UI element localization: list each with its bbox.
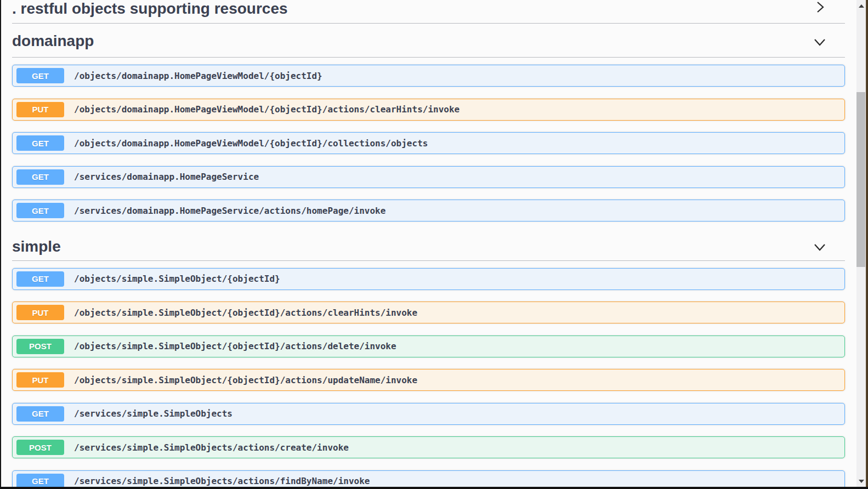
- window-border-right: [866, 0, 868, 489]
- endpoint-row[interactable]: GET /objects/simple.SimpleObject/{object…: [12, 268, 845, 290]
- endpoint-path: /objects/domainapp.HomePageViewModel/{ob…: [74, 104, 459, 115]
- section-header[interactable]: . restful objects supporting resources: [12, 0, 845, 24]
- method-badge: GET: [16, 135, 64, 151]
- method-badge: GET: [16, 474, 64, 487]
- api-doc-content: . restful objects supporting resources d…: [1, 0, 856, 487]
- section-header[interactable]: simple: [12, 234, 845, 261]
- method-badge: GET: [16, 169, 64, 185]
- endpoint-path: /objects/simple.SimpleObject/{objectId}/…: [74, 341, 396, 351]
- endpoint-path: /objects/simple.SimpleObject/{objectId}/…: [74, 375, 417, 385]
- endpoint-path: /services/simple.SimpleObjects/actions/f…: [74, 476, 370, 486]
- method-badge: GET: [16, 406, 64, 422]
- endpoint-row[interactable]: POST /services/simple.SimpleObjects/acti…: [12, 436, 845, 458]
- endpoint-path: /objects/domainapp.HomePageViewModel/{ob…: [74, 138, 428, 149]
- api-section-simple: simple GET /objects/simple.SimpleObject/…: [12, 234, 845, 487]
- scroll-down-icon: [859, 480, 864, 483]
- method-badge: PUT: [16, 372, 64, 388]
- section-title: simple: [12, 238, 61, 255]
- section-title: . restful objects supporting resources: [12, 1, 288, 18]
- endpoint-row[interactable]: GET /services/domainapp.HomePageService/…: [12, 200, 845, 221]
- scroll-up-button[interactable]: [856, 1, 866, 10]
- window-border-bottom: [0, 487, 868, 489]
- endpoint-row[interactable]: PUT /objects/domainapp.HomePageViewModel…: [12, 99, 845, 121]
- section-header[interactable]: domainapp: [12, 24, 845, 58]
- method-badge: GET: [16, 203, 64, 218]
- method-badge: PUT: [16, 102, 64, 117]
- vertical-scrollbar[interactable]: [856, 0, 866, 487]
- endpoint-path: /services/simple.SimpleObjects: [74, 408, 232, 419]
- method-badge: GET: [16, 68, 64, 83]
- section-title: domainapp: [12, 33, 94, 50]
- endpoint-row[interactable]: GET /services/simple.SimpleObjects: [12, 403, 845, 425]
- method-badge: POST: [16, 440, 64, 455]
- method-badge: GET: [16, 271, 64, 287]
- endpoint-row[interactable]: PUT /objects/simple.SimpleObject/{object…: [12, 302, 845, 323]
- endpoint-list: GET /objects/domainapp.HomePageViewModel…: [12, 65, 845, 221]
- scroll-up-icon: [859, 4, 864, 8]
- endpoint-row[interactable]: GET /services/domainapp.HomePageService: [12, 166, 845, 188]
- endpoint-path: /services/simple.SimpleObjects/actions/c…: [74, 442, 349, 453]
- endpoint-row[interactable]: GET /objects/domainapp.HomePageViewModel…: [12, 65, 845, 87]
- endpoint-path: /services/domainapp.HomePageService/acti…: [74, 206, 385, 216]
- endpoint-path: /objects/domainapp.HomePageViewModel/{ob…: [74, 71, 322, 81]
- api-section-restful-objects: . restful objects supporting resources: [12, 0, 845, 24]
- scroll-down-button[interactable]: [856, 476, 866, 486]
- method-badge: POST: [16, 339, 64, 354]
- endpoint-row[interactable]: GET /objects/domainapp.HomePageViewModel…: [12, 132, 845, 154]
- api-section-domainapp: domainapp GET /objects/domainapp.HomePag…: [12, 24, 845, 221]
- chevron-right-icon: [813, 1, 826, 14]
- chevron-down-icon: [813, 35, 826, 48]
- endpoint-list: GET /objects/simple.SimpleObject/{object…: [12, 268, 845, 487]
- endpoint-path: /objects/simple.SimpleObject/{objectId}/…: [74, 308, 417, 318]
- chevron-down-icon: [813, 240, 826, 253]
- endpoint-path: /objects/simple.SimpleObject/{objectId}: [74, 274, 280, 284]
- api-sections: . restful objects supporting resources d…: [12, 0, 845, 487]
- endpoint-row[interactable]: PUT /objects/simple.SimpleObject/{object…: [12, 369, 845, 391]
- endpoint-row[interactable]: POST /objects/simple.SimpleObject/{objec…: [12, 336, 845, 357]
- method-badge: PUT: [16, 305, 64, 320]
- endpoint-path: /services/domainapp.HomePageService: [74, 172, 259, 182]
- endpoint-row[interactable]: GET /services/simple.SimpleObjects/actio…: [12, 470, 845, 487]
- scrollbar-thumb[interactable]: [856, 92, 865, 267]
- window-border-left: [0, 0, 1, 489]
